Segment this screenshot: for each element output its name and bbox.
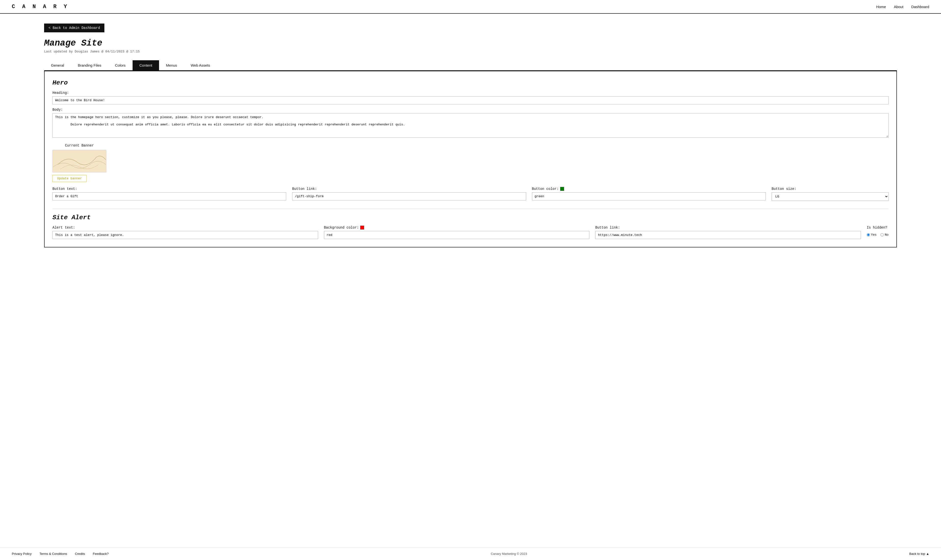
- nav-dashboard[interactable]: Dashboard: [911, 5, 929, 9]
- site-alert-section: Site Alert Alert text: Background color:…: [52, 209, 889, 239]
- is-hidden-no-radio[interactable]: [881, 233, 884, 236]
- is-hidden-yes-label[interactable]: Yes: [867, 233, 876, 237]
- page-title: Manage Site: [44, 38, 897, 48]
- alert-bg-color-input[interactable]: [324, 231, 590, 239]
- alert-bg-color-label: Background color:: [324, 226, 359, 229]
- is-hidden-no-text: No: [885, 233, 889, 237]
- body-row: Body:: [52, 108, 889, 138]
- alert-fields-row: Alert text: Background color: Button lin…: [52, 226, 889, 239]
- button-color-label-row: Button color:: [532, 187, 766, 191]
- alert-bg-color-swatch: [360, 226, 364, 229]
- alert-button-link-label: Button link:: [595, 226, 861, 229]
- alert-button-link-col: Button link:: [595, 226, 861, 239]
- button-size-select[interactable]: SM MD LG XL: [772, 192, 889, 201]
- nav-home[interactable]: Home: [876, 5, 886, 9]
- button-link-label: Button link:: [292, 187, 526, 191]
- button-link-input[interactable]: [292, 192, 526, 200]
- site-alert-title: Site Alert: [52, 214, 889, 221]
- footer-privacy[interactable]: Privacy Policy: [12, 552, 32, 555]
- button-size-label: Button size:: [772, 187, 889, 191]
- alert-is-hidden-col: Is hidden? Yes No: [867, 226, 889, 237]
- hero-title: Hero: [52, 79, 889, 86]
- button-size-col: Button size: SM MD LG XL: [772, 187, 889, 201]
- alert-button-link-input[interactable]: [595, 231, 861, 239]
- button-text-label: Button text:: [52, 187, 286, 191]
- tab-content[interactable]: Content: [132, 60, 159, 70]
- tab-menus[interactable]: Menus: [159, 60, 184, 70]
- nav-links: Home About Dashboard: [876, 5, 929, 9]
- update-banner-button[interactable]: Update banner: [52, 175, 86, 182]
- alert-text-label: Alert text:: [52, 226, 318, 229]
- logo: C A N A R Y: [12, 4, 69, 10]
- is-hidden-yes-radio[interactable]: [867, 233, 870, 236]
- footer-copyright: Canary Marketing © 2023: [491, 552, 527, 555]
- heading-row: Heading:: [52, 91, 889, 105]
- tabs: General Branding Files Colors Content Me…: [44, 60, 897, 71]
- button-color-swatch: [560, 187, 564, 191]
- banner-label: Current Banner: [52, 143, 106, 148]
- tab-colors[interactable]: Colors: [108, 60, 132, 70]
- page-subtitle: Last updated by Douglas James @ 04/11/20…: [44, 50, 897, 54]
- footer-back-to-top[interactable]: Back to top ▲: [909, 552, 929, 555]
- alert-bg-color-col: Background color:: [324, 226, 590, 239]
- is-hidden-no-label[interactable]: No: [881, 233, 889, 237]
- button-text-input[interactable]: [52, 192, 286, 200]
- button-text-col: Button text:: [52, 187, 286, 200]
- banner-section: Current Banner Update banner: [52, 143, 889, 182]
- back-button[interactable]: < Back to Admin Dashboard: [44, 23, 105, 32]
- body-label: Body:: [52, 108, 889, 112]
- footer-links: Privacy Policy Terms & Conditions Credit…: [12, 552, 109, 555]
- button-fields-row: Button text: Button link: Button color: …: [52, 187, 889, 201]
- alert-bg-color-label-row: Background color:: [324, 226, 590, 229]
- heading-label: Heading:: [52, 91, 889, 95]
- nav: C A N A R Y Home About Dashboard: [0, 0, 941, 14]
- footer-credits[interactable]: Credits: [75, 552, 85, 555]
- button-color-label: Button color:: [532, 187, 559, 191]
- banner-preview: [52, 150, 106, 172]
- nav-about[interactable]: About: [894, 5, 903, 9]
- alert-is-hidden-label: Is hidden?: [867, 226, 889, 229]
- heading-input[interactable]: [52, 96, 889, 105]
- alert-text-input[interactable]: [52, 231, 318, 239]
- tab-branding-files[interactable]: Branding Files: [71, 60, 108, 70]
- is-hidden-radio-group: Yes No: [867, 233, 889, 237]
- button-color-col: Button color:: [532, 187, 766, 200]
- footer-feedback[interactable]: Feedback?: [93, 552, 109, 555]
- button-color-input[interactable]: [532, 192, 766, 200]
- main-content: < Back to Admin Dashboard Manage Site La…: [0, 14, 941, 547]
- body-textarea[interactable]: [52, 113, 889, 138]
- tab-web-assets[interactable]: Web Assets: [184, 60, 217, 70]
- tab-general[interactable]: General: [44, 60, 71, 70]
- button-link-col: Button link:: [292, 187, 526, 200]
- alert-text-col: Alert text:: [52, 226, 318, 239]
- hero-section: Hero Heading: Body: Current Banner: [52, 79, 889, 201]
- footer: Privacy Policy Terms & Conditions Credit…: [0, 547, 941, 560]
- footer-terms[interactable]: Terms & Conditions: [40, 552, 67, 555]
- form-panel: Hero Heading: Body: Current Banner: [44, 71, 897, 248]
- is-hidden-yes-text: Yes: [871, 233, 876, 237]
